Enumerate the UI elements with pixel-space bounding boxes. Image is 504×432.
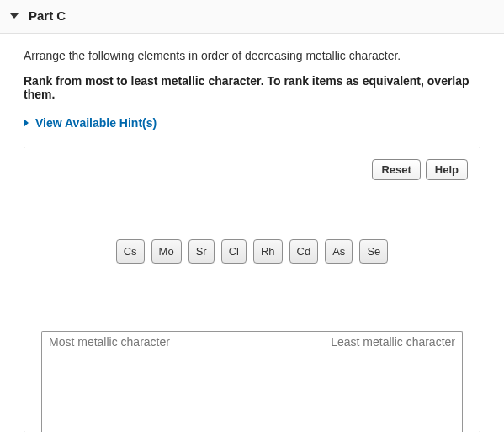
dropzone-left-label: Most metallic character (49, 335, 170, 349)
element-tiles-row: Cs Mo Sr Cl Rh Cd As Se (36, 239, 468, 264)
part-content: Arrange the following elements in order … (0, 34, 504, 432)
part-title: Part C (29, 8, 66, 23)
part-header[interactable]: Part C (0, 0, 504, 34)
ranking-workspace: Reset Help Cs Mo Sr Cl Rh Cd As Se Most … (24, 147, 480, 432)
dropzone-right-label: Least metallic character (331, 335, 455, 349)
element-tile[interactable]: Cd (289, 239, 319, 264)
element-tile[interactable]: Mo (151, 239, 182, 264)
element-tile[interactable]: Se (359, 239, 388, 264)
element-tile[interactable]: Cl (221, 239, 247, 264)
ranking-dropzone[interactable]: Most metallic character Least metallic c… (41, 331, 463, 432)
element-tile[interactable]: Cs (116, 239, 145, 264)
view-hints-toggle[interactable]: View Available Hint(s) (24, 116, 480, 130)
instruction-text: Arrange the following elements in order … (24, 49, 480, 62)
instruction-bold: Rank from most to least metallic charact… (24, 74, 480, 101)
help-button[interactable]: Help (426, 159, 468, 180)
element-tile[interactable]: Rh (253, 239, 283, 264)
workspace-toolbar: Reset Help (36, 159, 468, 180)
collapse-icon (10, 13, 19, 19)
chevron-right-icon (24, 119, 29, 127)
hints-label: View Available Hint(s) (35, 116, 157, 130)
element-tile[interactable]: Sr (188, 239, 215, 264)
reset-button[interactable]: Reset (372, 159, 420, 180)
element-tile[interactable]: As (325, 239, 353, 264)
